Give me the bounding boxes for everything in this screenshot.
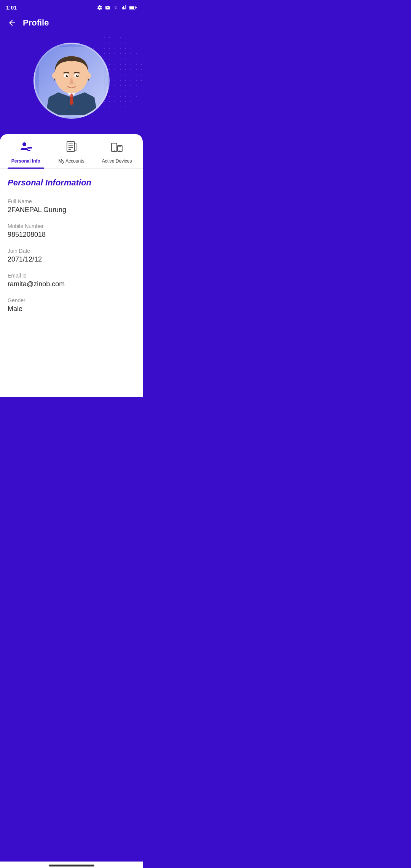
home-indicator (49, 865, 94, 866)
field-mobile-value: 9851208018 (8, 231, 135, 239)
tab-my-accounts-label: My Accounts (58, 158, 84, 164)
battery-icon (129, 5, 137, 10)
field-join-date-value: 2071/12/12 (8, 255, 135, 263)
field-gender-value: Male (8, 305, 135, 313)
tab-personal-info-label: Personal Info (11, 158, 40, 164)
field-mobile-number: Mobile Number 9851208018 (8, 223, 135, 239)
avatar (33, 43, 110, 119)
personal-info-icon (19, 140, 33, 155)
tabs-row: Personal Info My Accounts (0, 134, 143, 169)
email-icon (105, 5, 111, 10)
section-title: Personal Information (8, 178, 135, 188)
status-time: 1:01 (6, 5, 17, 11)
header: Profile (0, 14, 143, 35)
field-join-date-label: Join Date (8, 248, 135, 254)
content-area: Personal Information Full Name 2FANEPAL … (0, 169, 143, 397)
avatar-illustration (39, 45, 104, 117)
field-full-name: Full Name 2FANEPAL Gurung (8, 198, 135, 214)
field-email: Email id ramita@zinob.com (8, 273, 135, 288)
svg-point-14 (22, 142, 26, 146)
signal-icon (121, 5, 127, 10)
svg-point-6 (52, 72, 57, 79)
svg-point-13 (77, 75, 78, 76)
tabs-container: Personal Info My Accounts (0, 134, 143, 397)
my-accounts-icon (65, 140, 78, 155)
field-email-value: ramita@zinob.com (8, 280, 135, 288)
bottom-bar (0, 862, 143, 868)
status-bar: 1:01 (0, 0, 143, 14)
tab-personal-info[interactable]: Personal Info (3, 134, 49, 168)
svg-rect-16 (27, 148, 32, 149)
field-full-name-value: 2FANEPAL Gurung (8, 206, 135, 214)
field-full-name-label: Full Name (8, 198, 135, 204)
page-title: Profile (23, 18, 49, 28)
settings-icon (97, 5, 102, 10)
active-devices-icon (110, 140, 124, 155)
field-email-label: Email id (8, 273, 135, 279)
back-button[interactable] (6, 17, 18, 29)
svg-rect-23 (75, 143, 76, 151)
avatar-section (0, 35, 143, 134)
svg-rect-2 (136, 7, 137, 8)
svg-point-27 (119, 150, 120, 151)
svg-rect-15 (27, 147, 32, 148)
status-icons (97, 5, 137, 10)
svg-point-7 (86, 72, 91, 79)
field-mobile-label: Mobile Number (8, 223, 135, 229)
field-gender: Gender Male (8, 297, 135, 313)
svg-rect-18 (67, 142, 75, 152)
tab-active-devices[interactable]: Active Devices (94, 134, 140, 168)
tab-my-accounts[interactable]: My Accounts (49, 134, 94, 168)
tab-active-devices-label: Active Devices (102, 158, 132, 164)
svg-rect-1 (129, 6, 134, 9)
wifi-icon (113, 5, 119, 10)
svg-point-12 (67, 75, 68, 76)
field-join-date: Join Date 2071/12/12 (8, 248, 135, 263)
field-gender-label: Gender (8, 297, 135, 303)
svg-rect-17 (27, 150, 30, 151)
